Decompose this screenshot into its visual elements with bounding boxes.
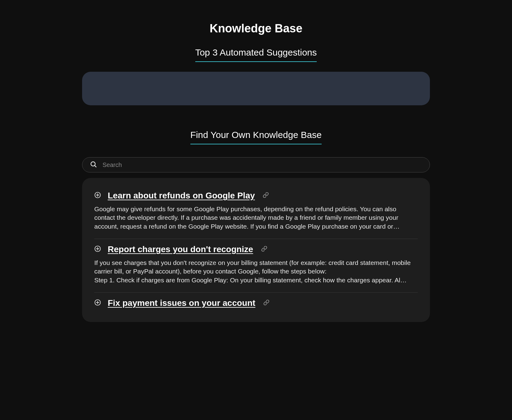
expand-icon[interactable]: [94, 245, 101, 253]
find-heading: Find Your Own Knowledge Base: [190, 130, 322, 144]
link-icon[interactable]: [263, 192, 269, 199]
article-item: Fix payment issues on your account: [94, 293, 418, 316]
article-title-link[interactable]: Fix payment issues on your account: [108, 298, 255, 308]
suggestions-card: [82, 72, 430, 105]
results-card: Learn about refunds on Google Play Googl…: [82, 178, 430, 322]
link-icon[interactable]: [261, 246, 267, 253]
page-title: Knowledge Base: [79, 0, 433, 47]
suggestions-heading-wrap: Top 3 Automated Suggestions: [79, 47, 433, 62]
search-input[interactable]: [103, 161, 422, 168]
svg-line-1: [95, 165, 96, 167]
search-box[interactable]: [82, 157, 430, 172]
search-wrap: [82, 157, 430, 172]
suggestions-heading: Top 3 Automated Suggestions: [195, 47, 317, 62]
link-icon[interactable]: [263, 299, 269, 307]
expand-icon[interactable]: [94, 299, 101, 307]
main-container: Knowledge Base Top 3 Automated Suggestio…: [73, 0, 439, 322]
article-body: If you see charges that you don't recogn…: [94, 259, 418, 284]
article-header: Fix payment issues on your account: [94, 298, 418, 308]
search-icon: [90, 161, 97, 169]
article-item: Report charges you don't recognize If yo…: [94, 239, 418, 293]
article-body: Google may give refunds for some Google …: [94, 205, 418, 231]
article-title-link[interactable]: Report charges you don't recognize: [108, 244, 253, 254]
expand-icon[interactable]: [94, 192, 101, 200]
article-header: Learn about refunds on Google Play: [94, 191, 418, 201]
article-header: Report charges you don't recognize: [94, 244, 418, 254]
article-title-link[interactable]: Learn about refunds on Google Play: [108, 191, 255, 201]
article-item: Learn about refunds on Google Play Googl…: [94, 185, 418, 239]
find-heading-wrap: Find Your Own Knowledge Base: [79, 130, 433, 144]
